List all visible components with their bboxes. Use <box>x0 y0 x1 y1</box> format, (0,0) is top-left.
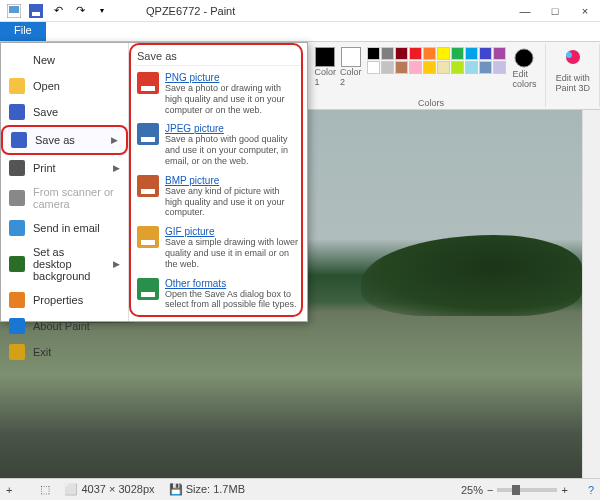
svg-point-7 <box>566 52 572 58</box>
svg-rect-24 <box>141 189 155 194</box>
file-size: 💾 Size: 1.7MB <box>169 483 245 496</box>
svg-rect-18 <box>9 344 25 360</box>
zoom-level: 25% <box>461 484 483 496</box>
paint3d-button[interactable]: Edit with Paint 3D <box>552 44 593 96</box>
quick-access-toolbar: ↶ ↷ ▾ <box>0 2 116 20</box>
saveas-header: Save as <box>135 47 301 66</box>
menu-item-new[interactable]: New <box>1 47 128 73</box>
svg-rect-26 <box>141 240 155 245</box>
palette-swatch[interactable] <box>437 47 450 60</box>
save-icon[interactable] <box>26 2 46 20</box>
saveas-other[interactable]: Other formatsOpen the Save As dialog box… <box>135 275 301 314</box>
saveas-png[interactable]: PNG pictureSave a photo or drawing with … <box>135 69 301 118</box>
palette-swatch[interactable] <box>493 61 506 74</box>
menu-item-properties[interactable]: Properties <box>1 287 128 313</box>
palette-swatch[interactable] <box>367 47 380 60</box>
saveas-jpeg[interactable]: JPEG pictureSave a photo with good quali… <box>135 120 301 169</box>
menu-item-about-paint[interactable]: About Paint <box>1 313 128 339</box>
svg-rect-28 <box>141 292 155 297</box>
svg-rect-11 <box>11 132 27 148</box>
colors-group-label: Colors <box>418 98 444 108</box>
title-bar: ↶ ↷ ▾ QPZE6772 - Paint — □ × <box>0 0 600 22</box>
menu-item-send-in-email[interactable]: Send in email <box>1 215 128 241</box>
svg-rect-3 <box>32 12 40 16</box>
saveas-bmp[interactable]: BMP pictureSave any kind of picture with… <box>135 172 301 221</box>
color-palette[interactable] <box>364 44 509 77</box>
close-button[interactable]: × <box>570 0 600 22</box>
status-plus-icon[interactable]: + <box>6 484 12 496</box>
menu-item-from-scanner-or-camera: From scanner or camera <box>1 181 128 215</box>
palette-swatch[interactable] <box>451 61 464 74</box>
menu-item-open[interactable]: Open <box>1 73 128 99</box>
svg-rect-20 <box>141 86 155 91</box>
file-menu: NewOpenSaveSave as▶Print▶From scanner or… <box>0 42 308 322</box>
svg-rect-9 <box>9 78 25 94</box>
maximize-button[interactable]: □ <box>540 0 570 22</box>
undo-icon[interactable]: ↶ <box>48 2 68 20</box>
svg-rect-1 <box>9 6 19 13</box>
svg-rect-22 <box>141 137 155 142</box>
svg-rect-12 <box>9 160 25 176</box>
palette-swatch[interactable] <box>423 47 436 60</box>
saveas-gif[interactable]: GIF pictureSave a simple drawing with lo… <box>135 223 301 272</box>
svg-rect-10 <box>9 104 25 120</box>
minimize-button[interactable]: — <box>510 0 540 22</box>
palette-swatch[interactable] <box>451 47 464 60</box>
menu-item-save-as[interactable]: Save as▶ <box>1 125 128 155</box>
palette-swatch[interactable] <box>395 47 408 60</box>
palette-swatch[interactable] <box>479 47 492 60</box>
zoom-slider[interactable] <box>497 488 557 492</box>
status-bar: + ⬚ ⬜ 4037 × 3028px 💾 Size: 1.7MB 25% − … <box>0 478 600 500</box>
zoom-control[interactable]: 25% − + <box>461 484 568 496</box>
svg-rect-16 <box>9 292 25 308</box>
zoom-out-button[interactable]: − <box>487 484 493 496</box>
menu-item-set-as-desktop-background[interactable]: Set as desktop background▶ <box>1 241 128 287</box>
palette-swatch[interactable] <box>367 61 380 74</box>
window-title: QPZE6772 - Paint <box>146 5 235 17</box>
qat-dropdown-icon[interactable]: ▾ <box>92 2 112 20</box>
palette-swatch[interactable] <box>479 61 492 74</box>
help-icon[interactable]: ? <box>588 484 594 496</box>
menu-item-exit[interactable]: Exit <box>1 339 128 365</box>
menu-item-print[interactable]: Print▶ <box>1 155 128 181</box>
svg-rect-13 <box>9 190 25 206</box>
edit-colors-button[interactable]: Edit colors <box>509 44 539 92</box>
image-dimensions: ⬜ 4037 × 3028px <box>64 483 154 496</box>
svg-rect-15 <box>9 256 25 272</box>
palette-swatch[interactable] <box>493 47 506 60</box>
palette-swatch[interactable] <box>409 61 422 74</box>
palette-swatch[interactable] <box>423 61 436 74</box>
app-icon[interactable] <box>4 2 24 20</box>
zoom-in-button[interactable]: + <box>561 484 567 496</box>
palette-swatch[interactable] <box>395 61 408 74</box>
vertical-scrollbar[interactable] <box>582 110 600 478</box>
palette-swatch[interactable] <box>437 61 450 74</box>
ribbon-tabs: File <box>0 22 600 42</box>
color2-button[interactable]: Color 2 <box>340 47 362 87</box>
palette-swatch[interactable] <box>381 61 394 74</box>
palette-swatch[interactable] <box>465 47 478 60</box>
svg-rect-8 <box>9 52 25 68</box>
paint3d-group: Edit with Paint 3D <box>546 44 600 107</box>
color1-button[interactable]: Color 1 <box>314 47 336 87</box>
palette-swatch[interactable] <box>409 47 422 60</box>
file-tab[interactable]: File <box>0 22 46 41</box>
selection-icon: ⬚ <box>40 483 50 496</box>
file-menu-list: NewOpenSaveSave as▶Print▶From scanner or… <box>1 43 129 321</box>
svg-rect-14 <box>9 220 25 236</box>
redo-icon[interactable]: ↷ <box>70 2 90 20</box>
window-controls: — □ × <box>510 0 600 22</box>
svg-rect-17 <box>9 318 25 334</box>
menu-item-save[interactable]: Save <box>1 99 128 125</box>
saveas-submenu: Save as PNG pictureSave a photo or drawi… <box>129 43 307 319</box>
palette-swatch[interactable] <box>381 47 394 60</box>
palette-swatch[interactable] <box>465 61 478 74</box>
